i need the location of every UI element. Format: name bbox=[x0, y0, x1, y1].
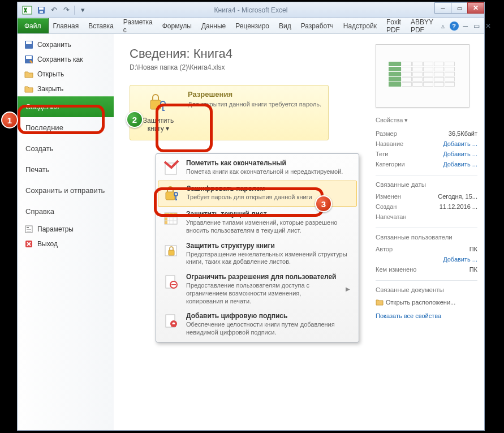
workbook-thumbnail[interactable] bbox=[376, 44, 469, 108]
nav-save[interactable]: Сохранить bbox=[18, 37, 114, 52]
users-heading: Связанные пользователи bbox=[376, 228, 477, 241]
backstage-nav: Сохранить Сохранить как Открыть Закрыть … bbox=[18, 34, 114, 430]
titlebar: ↶ ↷ ▾ Книга4 - Microsoft Excel ─ ▭ ✕ bbox=[18, 2, 484, 18]
nav-exit-label: Выход bbox=[37, 240, 58, 248]
nav-share-label: Сохранить и отправить bbox=[25, 186, 105, 195]
nav-new-label: Создать bbox=[25, 144, 53, 153]
mdi-min-icon[interactable]: ─ bbox=[461, 22, 470, 31]
nav-print-label: Печать bbox=[25, 165, 50, 174]
svg-rect-10 bbox=[27, 229, 31, 230]
tab-file[interactable]: Файл bbox=[18, 18, 49, 33]
nav-help[interactable]: Справка bbox=[18, 201, 114, 222]
nav-share[interactable]: Сохранить и отправить bbox=[18, 180, 114, 201]
permissions-title: Разрешения bbox=[188, 90, 322, 98]
save-icon bbox=[24, 40, 33, 49]
nav-open[interactable]: Открыть bbox=[18, 67, 114, 82]
menu-item-title: Защитить структуру книги bbox=[186, 242, 352, 250]
svg-rect-22 bbox=[169, 250, 174, 255]
protect-menu: Пометить как окончательныйПометка книги … bbox=[156, 153, 359, 342]
tab-data[interactable]: Данные bbox=[197, 18, 231, 33]
tab-developer[interactable]: Разработч bbox=[296, 18, 339, 33]
tab-home[interactable]: Главная bbox=[49, 18, 84, 33]
close-folder-icon bbox=[24, 84, 33, 93]
excel-app-icon[interactable] bbox=[22, 5, 32, 15]
nav-exit[interactable]: Выход bbox=[18, 237, 114, 251]
nav-close[interactable]: Закрыть bbox=[18, 82, 114, 96]
tab-insert[interactable]: Вставка bbox=[84, 18, 119, 33]
save-as-icon bbox=[24, 55, 33, 64]
qat-save-icon[interactable] bbox=[36, 5, 47, 16]
svg-rect-20 bbox=[165, 213, 167, 224]
svg-rect-13 bbox=[150, 100, 161, 109]
svg-rect-11 bbox=[27, 231, 31, 231]
prop-size-val: 36,5Кбайт bbox=[449, 130, 477, 137]
tab-view[interactable]: Вид bbox=[274, 18, 296, 33]
svg-rect-7 bbox=[26, 56, 32, 59]
protect-sheet-icon bbox=[162, 210, 180, 228]
menu-item-title: Зашифровать паролем bbox=[187, 185, 352, 192]
nav-options[interactable]: Параметры bbox=[18, 222, 114, 237]
properties-dropdown[interactable]: Свойства ▾ bbox=[376, 117, 477, 124]
minimize-button[interactable]: ─ bbox=[434, 2, 451, 14]
nav-save-as-label: Сохранить как bbox=[37, 55, 83, 63]
protect-workbook-button[interactable]: Защитить книгу ▾ bbox=[136, 90, 181, 135]
prop-size-key: Размер bbox=[376, 130, 397, 137]
nav-open-label: Открыть bbox=[37, 70, 64, 78]
signature-icon bbox=[162, 312, 180, 330]
svg-point-17 bbox=[174, 192, 178, 196]
tab-foxit[interactable]: Foxit PDF bbox=[382, 18, 406, 33]
menu-mark-final[interactable]: Пометить как окончательныйПометка книги … bbox=[158, 156, 357, 181]
tab-addins[interactable]: Надстройк bbox=[339, 18, 382, 33]
menu-protect-structure[interactable]: Защитить структуру книгиПредотвращение н… bbox=[158, 238, 357, 270]
maximize-button[interactable]: ▭ bbox=[451, 2, 468, 14]
qat-redo-icon[interactable]: ↷ bbox=[61, 5, 72, 16]
help-icon[interactable]: ? bbox=[450, 22, 459, 31]
open-location-link[interactable]: Открыть расположени... bbox=[376, 297, 477, 308]
nav-recent[interactable]: Последние bbox=[18, 117, 114, 138]
qat-dropdown-icon[interactable]: ▾ bbox=[77, 5, 88, 16]
window-controls: ─ ▭ ✕ bbox=[435, 2, 484, 14]
menu-digital-signature[interactable]: Добавить цифровую подписьОбеспечение цел… bbox=[158, 308, 357, 340]
tab-abbyy[interactable]: ABBYY PDF bbox=[406, 18, 438, 33]
svg-point-14 bbox=[161, 101, 165, 106]
tab-page-layout[interactable]: Разметка с bbox=[119, 18, 158, 33]
prop-author-val: ПК bbox=[469, 246, 477, 252]
nav-options-label: Параметры bbox=[37, 225, 74, 233]
permissions-desc: Для открытия данной книги требуется паро… bbox=[188, 100, 322, 108]
svg-rect-9 bbox=[27, 227, 29, 228]
restrict-icon bbox=[162, 273, 180, 291]
menu-item-desc: Предоставление пользователям доступа с о… bbox=[186, 282, 338, 305]
tab-formulas[interactable]: Формулы bbox=[158, 18, 197, 33]
nav-info[interactable]: Сведения bbox=[18, 96, 114, 117]
mark-final-icon bbox=[162, 159, 180, 177]
nav-help-label: Справка bbox=[25, 207, 54, 216]
nav-print[interactable]: Печать bbox=[18, 159, 114, 180]
nav-new[interactable]: Создать bbox=[18, 138, 114, 159]
submenu-arrow-icon: ▶ bbox=[343, 286, 352, 292]
exit-icon bbox=[24, 239, 33, 248]
prop-cat-val[interactable]: Добавить ... bbox=[443, 161, 477, 168]
ribbon-min-icon[interactable]: ▵ bbox=[438, 22, 447, 31]
folder-icon bbox=[376, 298, 384, 306]
mdi-restore-icon[interactable]: ▭ bbox=[472, 22, 481, 31]
menu-item-title: Добавить цифровую подпись bbox=[186, 312, 352, 320]
close-button[interactable]: ✕ bbox=[467, 2, 484, 14]
mdi-close-icon[interactable]: ✕ bbox=[484, 22, 493, 31]
properties-panel: Свойства ▾ Размер36,5Кбайт НазваниеДобав… bbox=[376, 44, 477, 319]
open-icon bbox=[24, 70, 33, 79]
tab-review[interactable]: Рецензиро bbox=[231, 18, 274, 33]
menu-restrict-permissions[interactable]: Ограничить разрешения для пользователейП… bbox=[158, 269, 357, 308]
nav-save-as[interactable]: Сохранить как bbox=[18, 52, 114, 67]
svg-rect-0 bbox=[23, 6, 32, 14]
add-author-link[interactable]: Добавить ... bbox=[443, 256, 477, 263]
ribbon-tabs: Файл Главная Вставка Разметка с Формулы … bbox=[18, 18, 484, 34]
show-all-props-link[interactable]: Показать все свойства bbox=[376, 312, 477, 319]
prop-title-val[interactable]: Добавить ... bbox=[443, 140, 477, 147]
svg-rect-3 bbox=[40, 11, 43, 13]
qat-undo-icon[interactable]: ↶ bbox=[48, 5, 59, 16]
prop-tags-val[interactable]: Добавить ... bbox=[443, 151, 477, 157]
lock-key-icon bbox=[147, 92, 170, 113]
prop-created-key: Создан bbox=[376, 203, 397, 210]
options-icon bbox=[24, 225, 33, 234]
prop-changed-val: ПК bbox=[469, 266, 477, 273]
